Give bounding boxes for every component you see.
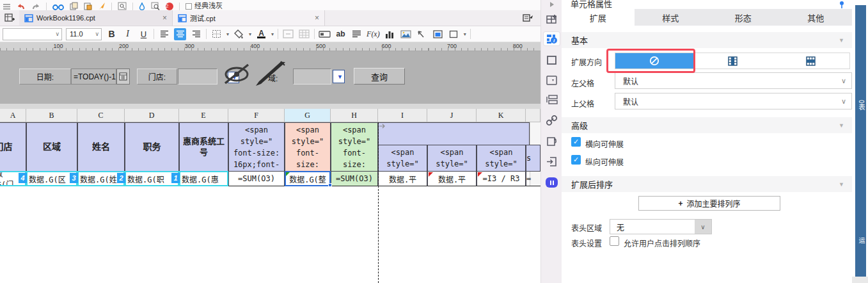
cell-add-pane-icon[interactable] xyxy=(541,14,562,24)
grid-empty-cell[interactable] xyxy=(77,218,125,234)
column-header-F[interactable]: F xyxy=(228,109,285,122)
column-header-partial[interactable] xyxy=(526,109,541,122)
theme-checkbox[interactable] xyxy=(185,3,192,10)
grid-empty-cell[interactable] xyxy=(331,218,379,234)
font-color-button[interactable]: A xyxy=(255,28,267,40)
grid-empty-cell[interactable] xyxy=(378,266,428,282)
column-header-A[interactable]: A xyxy=(0,109,26,122)
column-header-J[interactable]: J xyxy=(427,109,477,122)
grid-empty-cell[interactable] xyxy=(285,234,331,250)
align-center-button[interactable] xyxy=(174,28,186,40)
theme-toggle[interactable]: 经典浅灰 xyxy=(185,2,223,10)
menu-icon[interactable] xyxy=(3,2,11,10)
grid-empty-cell[interactable] xyxy=(0,266,27,282)
underline-button[interactable]: U xyxy=(138,28,150,40)
section-basic[interactable]: 基本▼ xyxy=(562,32,852,48)
zoom-dialog-icon[interactable] xyxy=(118,2,127,10)
data-cell-k[interactable]: =I3 / R3 xyxy=(477,171,526,186)
grid-empty-cell[interactable] xyxy=(427,202,477,218)
grid-empty-cell[interactable] xyxy=(526,266,541,282)
grid-empty-cell[interactable] xyxy=(179,186,229,202)
grid-empty-cell[interactable] xyxy=(427,266,477,282)
grid-empty-cell[interactable] xyxy=(179,266,229,282)
tab-form[interactable]: 形态 xyxy=(707,9,780,26)
store-input[interactable] xyxy=(178,69,217,85)
subreport-button[interactable] xyxy=(432,28,444,40)
grid-empty-cell[interactable] xyxy=(125,218,180,234)
grid-empty-cell[interactable] xyxy=(477,186,526,202)
up-parent-select[interactable]: 默认∨ xyxy=(615,93,852,109)
grid-empty-cell[interactable] xyxy=(77,202,125,218)
chevron-down-icon[interactable]: ▾ xyxy=(464,31,466,37)
grid-empty-cell[interactable] xyxy=(125,266,180,282)
selection-handle[interactable] xyxy=(328,183,332,187)
unmerge-cells-button[interactable] xyxy=(298,28,310,40)
grid-empty-cell[interactable] xyxy=(0,186,27,202)
column-header-H[interactable]: H xyxy=(331,109,378,122)
data-cell-j[interactable]: 数据.平 xyxy=(427,171,477,186)
grid-empty-cell[interactable] xyxy=(26,234,78,250)
tab-workbook1196[interactable]: WorkBook1196.cpt × xyxy=(19,10,173,26)
format-painter-icon[interactable] xyxy=(98,2,106,10)
date-label-widget[interactable]: 日期: xyxy=(19,69,71,85)
copy-icon[interactable] xyxy=(70,2,78,10)
collapse-arrow-icon[interactable] xyxy=(541,1,562,8)
data-cell-g[interactable]: 数据.G(整 xyxy=(285,171,331,186)
text-widget-button[interactable] xyxy=(319,28,331,40)
pointer-button[interactable] xyxy=(416,28,428,40)
chevron-down-icon[interactable]: ▾ xyxy=(271,31,274,37)
grid-empty-cell[interactable] xyxy=(26,266,78,282)
collapse-chevron-icon[interactable]: ▼ xyxy=(839,181,844,188)
page-setup-pane-icon[interactable] xyxy=(541,136,562,147)
data-cell-f[interactable]: =SUM(O3) xyxy=(228,171,285,186)
store-label-widget[interactable]: 门店: xyxy=(137,69,177,85)
grid-empty-cell[interactable] xyxy=(228,234,285,250)
grid-empty-cell[interactable] xyxy=(477,218,526,234)
grid-empty-cell[interactable] xyxy=(77,250,125,266)
tab-overflow-button[interactable] xyxy=(523,10,541,26)
chevron-down-icon[interactable]: ∨ xyxy=(93,31,101,37)
grid-empty-cell[interactable] xyxy=(331,202,379,218)
grid-empty-cell[interactable] xyxy=(477,250,526,266)
fill-color-button[interactable] xyxy=(233,28,245,40)
region-combo-button[interactable]: ▼ xyxy=(333,70,345,83)
date-input[interactable]: =TODAY()-1 xyxy=(71,69,116,85)
grid-empty-cell[interactable] xyxy=(427,186,477,202)
tab-other[interactable]: 其他 xyxy=(780,9,853,26)
grid-empty-cell[interactable] xyxy=(427,234,477,250)
grid-empty-cell[interactable] xyxy=(0,202,27,218)
grid-empty-cell[interactable] xyxy=(477,266,526,282)
grid-empty-cell[interactable] xyxy=(285,250,331,266)
close-icon[interactable]: × xyxy=(162,13,167,22)
grid-empty-cell[interactable] xyxy=(526,218,541,234)
vertical-extendable-checkbox[interactable]: ✓ xyxy=(571,155,581,165)
region-input[interactable] xyxy=(293,69,331,85)
preview-glasses-icon[interactable] xyxy=(52,2,64,10)
column-header-B[interactable]: B xyxy=(26,109,77,122)
shape-button[interactable] xyxy=(448,28,460,40)
grid-empty-cell[interactable] xyxy=(228,202,285,218)
expand-horizontal-option[interactable] xyxy=(771,53,849,69)
column-header-G[interactable]: G xyxy=(285,109,331,122)
tab-expand[interactable]: 扩展 xyxy=(562,9,635,26)
pin-icon[interactable] xyxy=(838,1,846,8)
header-cell-span-j[interactable]: <span style=" xyxy=(427,145,477,172)
grid-empty-cell[interactable] xyxy=(125,250,180,266)
section-sort-after-expand[interactable]: 扩展后排序▼ xyxy=(562,176,852,192)
header-merged-cell[interactable] xyxy=(378,122,530,145)
chevron-down-icon[interactable]: ∨ xyxy=(53,31,61,37)
grid-empty-cell[interactable] xyxy=(77,234,125,250)
expand-vertical-option[interactable] xyxy=(693,53,771,69)
tab-ceshi[interactable]: 测试.cpt × xyxy=(173,10,325,26)
column-header-I[interactable]: I xyxy=(378,109,427,122)
rich-text-button[interactable] xyxy=(351,28,363,40)
grid-empty-cell[interactable] xyxy=(331,186,379,202)
condition-pane-icon[interactable] xyxy=(541,95,562,104)
align-left-button[interactable] xyxy=(158,28,170,40)
collapsed-side-tab[interactable]: 0表 运 xyxy=(855,5,866,277)
border-pane-icon[interactable] xyxy=(541,55,562,65)
bold-button[interactable]: B xyxy=(106,28,118,40)
data-cell-i[interactable]: 数据.平 xyxy=(378,171,427,186)
grid-empty-cell[interactable] xyxy=(0,250,27,266)
border-button[interactable] xyxy=(210,28,223,40)
